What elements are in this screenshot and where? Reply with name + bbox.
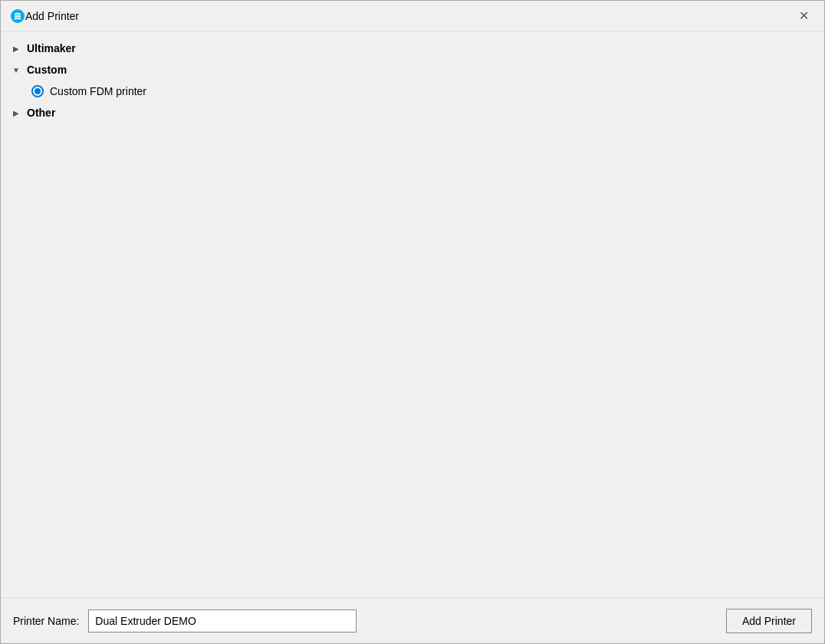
tree-item-ultimaker[interactable]: Ultimaker [1, 38, 824, 59]
tree-item-custom[interactable]: Custom [1, 59, 824, 80]
chevron-right-icon [10, 42, 22, 54]
printer-name-label: Printer Name: [13, 615, 79, 627]
chevron-down-icon [10, 64, 22, 76]
custom-fdm-label: Custom FDM printer [50, 85, 146, 97]
printer-name-input[interactable] [88, 610, 357, 632]
custom-label: Custom [27, 64, 67, 76]
tree-item-other[interactable]: Other [1, 102, 824, 123]
chevron-right-icon-other [10, 107, 22, 119]
title-bar: Add Printer ✕ [1, 1, 824, 31]
app-logo [10, 8, 25, 24]
radio-custom-fdm[interactable] [31, 85, 44, 97]
ultimaker-label: Ultimaker [27, 42, 76, 54]
dialog-title: Add Printer [25, 10, 792, 22]
dialog-footer: Printer Name: Add Printer [1, 597, 824, 643]
tree-child-item-custom-fdm[interactable]: Custom FDM printer [1, 80, 824, 102]
printer-tree: Ultimaker Custom Custom FDM printer Othe… [1, 31, 824, 597]
close-button[interactable]: ✕ [792, 5, 815, 28]
other-label: Other [27, 107, 55, 119]
add-printer-dialog: Add Printer ✕ Ultimaker Custom Custom FD… [0, 0, 825, 644]
add-printer-button[interactable]: Add Printer [726, 609, 812, 633]
